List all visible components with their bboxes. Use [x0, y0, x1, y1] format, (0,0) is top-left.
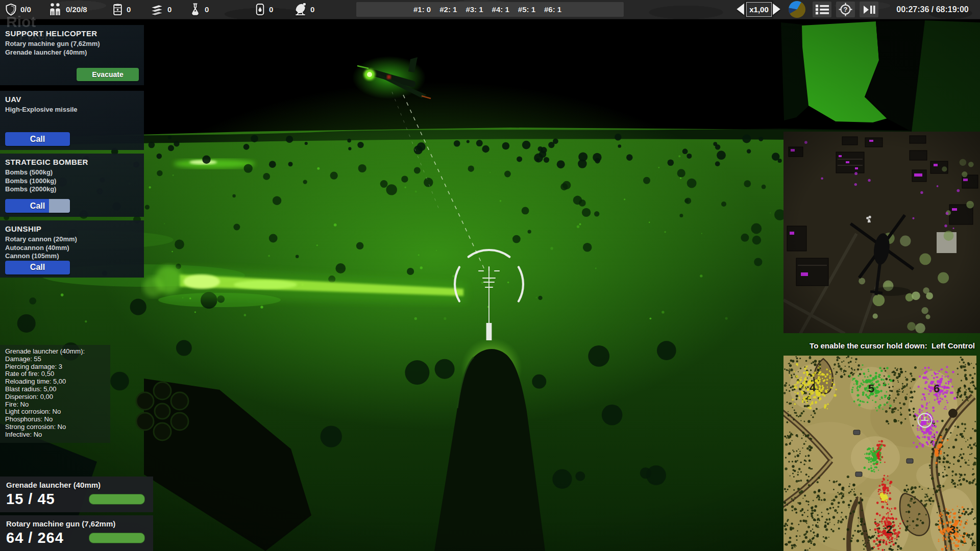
strategic-bomber-panel: STRATEGIC BOMBER Bombs (500kg)Bombs (100… [0, 154, 144, 217]
steel-value: 0 [167, 5, 172, 14]
panel-lines: High-Explosive missile [5, 106, 139, 114]
game-speed-value: x1,00 [746, 2, 772, 17]
support-helicopter-panel: SUPPORT HELICOPTER Rotary machine gun (7… [0, 25, 144, 85]
ammo-count: 64 / 264 [6, 530, 64, 546]
cluster-label: 4 [810, 381, 816, 394]
crosshair-question-icon: ? [839, 3, 852, 16]
panel-title: SUPPORT HELICOPTER [5, 29, 139, 38]
call-uav-button[interactable]: Call [5, 132, 70, 146]
text-line: Damage: 55 [5, 356, 105, 363]
ammo-count: 15 / 45 [6, 491, 55, 508]
text-line: Reloading time: 5,00 [5, 378, 105, 386]
camera-view [783, 132, 980, 333]
fuel-value: 0 [269, 5, 273, 14]
wave-counter-4: #4: 1 [492, 5, 509, 14]
arrow-left-icon [736, 3, 745, 16]
ammo-panel-grenade-launcher: Grenade launcher (40mm) 15 / 45 [0, 477, 153, 512]
wave-counter-1: #1: 0 [413, 5, 431, 14]
weapon-name: Grenade launcher (40mm) [6, 481, 147, 489]
ammo-bar [89, 533, 145, 543]
text-line: Bombs (500kg) [5, 168, 139, 177]
text-line: Fire: No [5, 401, 105, 409]
resource-population: 0/20/8 [48, 0, 87, 19]
text-line: Rotary cannon (20mm) [5, 235, 139, 244]
resource-steel: 0 [151, 0, 172, 19]
text-line: Cannon (105mm) [5, 252, 139, 261]
gunship-panel: GUNSHIP Rotary cannon (20mm)Autocannon (… [0, 220, 144, 278]
text-line: Bombs (2000kg) [5, 185, 139, 194]
fuel-barrel-icon [255, 3, 265, 16]
wave-counter-2: #2: 1 [439, 5, 457, 14]
text-line: High-Explosive missile [5, 106, 139, 114]
speed-increase-button[interactable] [772, 3, 781, 16]
text-line: Phosphorus: No [5, 416, 105, 423]
stats-lines: Grenade launcher (40mm):Damage: 55Pierci… [5, 348, 105, 439]
cluster-label: 5 [868, 382, 874, 395]
chemistry-value: 0 [205, 5, 209, 14]
panel-title: GUNSHIP [5, 224, 139, 233]
wave-counter-5: #5: 1 [518, 5, 535, 14]
evacuate-button[interactable]: Evacuate [77, 68, 139, 81]
list-icon [815, 4, 829, 15]
pie-chart-icon [788, 1, 806, 18]
radar-value: 0 [310, 5, 314, 14]
text-line: Grenade launcher (40mm): [5, 348, 105, 356]
weapon-stats-panel: Grenade launcher (40mm):Damage: 55Pierci… [0, 345, 110, 443]
arrow-right-icon [772, 3, 781, 16]
panel-lines: Rotary machine gun (7,62mm)Grenade launc… [5, 40, 139, 57]
ammo-bar [89, 494, 145, 505]
armor-value: 0/0 [20, 5, 31, 14]
play-pause-button[interactable] [860, 2, 878, 17]
text-line: Light corrosion: No [5, 408, 105, 416]
top-resource-bar: 0/0 0/20/8 0 0 0 0 0 #1: 0 #2: 1 [0, 0, 980, 19]
wave-counter-bar: #1: 0 #2: 1 #3: 1 #4: 1 #5: 1 #6: 1 [356, 2, 624, 17]
text-line: Grenade launcher (40mm) [5, 48, 139, 57]
text-line: Autocannon (40mm) [5, 244, 139, 253]
svg-text:?: ? [844, 6, 848, 13]
minimap[interactable]: 45623 [783, 356, 976, 551]
game-screen: 0/0 0/20/8 0 0 0 0 0 #1: 0 #2: 1 [0, 0, 980, 551]
resource-radar: 0 [294, 0, 314, 19]
canned-food-icon [112, 3, 123, 16]
cluster-label: 3 [949, 523, 955, 536]
text-line: Infective: No [5, 431, 105, 439]
text-line: Bombs (1000kg) [5, 177, 139, 186]
text-line: Rotary machine gun (7,62mm) [5, 40, 139, 48]
speed-decrease-button[interactable] [736, 3, 745, 16]
resource-fuel: 0 [255, 0, 273, 19]
mission-timer: 00:27:36 / 68:19:00 [889, 0, 976, 19]
satellite-dish-icon [294, 3, 307, 16]
population-value: 0/20/8 [66, 5, 87, 14]
objectives-list-button[interactable] [813, 2, 831, 17]
cooldown-overlay [49, 199, 70, 213]
steel-icon [151, 4, 164, 16]
panel-lines: Bombs (500kg)Bombs (1000kg)Bombs (2000kg… [5, 168, 139, 194]
resource-pie-indicator[interactable] [788, 1, 806, 18]
call-gunship-button[interactable]: Call [5, 261, 70, 274]
cluster-label: 2 [886, 523, 892, 536]
text-line: Dispersion: 0,00 [5, 393, 105, 401]
shield-icon [5, 4, 17, 16]
help-target-button[interactable]: ? [836, 2, 855, 17]
wave-counter-3: #3: 1 [465, 5, 483, 14]
text-line: Piercing damage: 3 [5, 363, 105, 371]
people-icon [48, 3, 62, 16]
call-bomber-button[interactable]: Call [5, 199, 70, 213]
wave-counter-6: #6: 1 [544, 5, 561, 14]
resource-armor: 0/0 [5, 0, 31, 19]
panel-title: UAV [5, 95, 139, 104]
resource-food: 0 [112, 0, 131, 19]
ammo-panel-rotary-gun: Rotary machine gun (7,62mm) 64 / 264 [0, 515, 153, 551]
play-pause-icon [863, 4, 876, 15]
text-line: Strong corrosion: No [5, 423, 105, 431]
food-value: 0 [127, 5, 131, 14]
uav-panel: UAV High-Explosive missile Call [0, 91, 144, 150]
text-line: Blast radius: 5,00 [5, 386, 105, 393]
text-line: Rate of fire: 0,50 [5, 370, 105, 378]
cursor-hint: To enable the cursor hold down: Left Con… [516, 341, 975, 350]
panel-title: STRATEGIC BOMBER [5, 158, 139, 166]
panel-lines: Rotary cannon (20mm)Autocannon (40mm)Can… [5, 235, 139, 261]
flask-icon [189, 3, 201, 16]
cluster-label: 6 [934, 382, 940, 395]
weapon-name: Rotary machine gun (7,62mm) [6, 519, 147, 528]
